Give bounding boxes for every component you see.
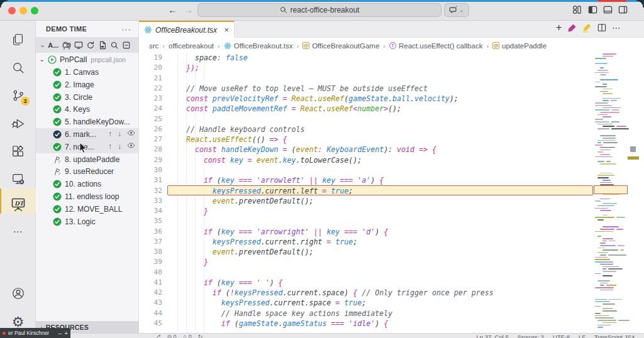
code-line[interactable]: if (key === ' ') { (177, 278, 283, 288)
search-small-icon[interactable] (110, 41, 119, 50)
code-line[interactable]: event.preventDefault(); (177, 196, 313, 206)
preview-eye-icon[interactable] (127, 129, 135, 138)
remote-explorer-icon[interactable] (0, 168, 36, 190)
tree-item[interactable]: 10. actions (36, 178, 139, 190)
code-line[interactable]: // Handle space key actions immediately (177, 308, 392, 319)
customize-layout-icon[interactable] (572, 5, 582, 15)
line-number: 40 (139, 268, 162, 278)
code-line[interactable]: React.useEffect(() => { (177, 134, 287, 144)
code-line[interactable]: keysPressed.current.left = true; (177, 186, 353, 196)
tree-item[interactable]: 2. Image (36, 79, 139, 91)
sidebar-more-icon[interactable]: ··· (121, 25, 131, 34)
code-line[interactable]: // Move useRef to top level — MUST be ou… (177, 84, 428, 94)
search-view-icon[interactable] (0, 57, 36, 79)
tree-item[interactable]: 13. Logic (36, 215, 139, 228)
pdf-file-icon[interactable] (98, 41, 107, 50)
forward-arrow-icon[interactable]: → (184, 4, 193, 16)
back-arrow-icon[interactable]: ← (168, 4, 177, 16)
minimap-bar (600, 147, 615, 148)
tree-item[interactable]: 4. Keys (36, 103, 139, 116)
code-line[interactable]: keysPressed.current.space = true; (177, 298, 366, 308)
move-up-icon[interactable]: ↑ (108, 129, 112, 138)
code-line[interactable]: if (key === 'arrowleft' || key === 'a') … (177, 175, 384, 185)
minimap-bar (600, 150, 611, 151)
explorer-icon[interactable] (0, 28, 36, 51)
sidebar-toolbar: ⌄ A... (36, 37, 139, 53)
move-up-icon[interactable]: ↑ (108, 142, 112, 151)
toggle-primary-sidebar-icon[interactable] (588, 5, 598, 15)
breadcrumb-item[interactable]: OfficeBreakout.tsx (224, 42, 293, 50)
collapse-all-icon[interactable] (122, 41, 131, 50)
chevron-down-icon[interactable]: ⌄ (40, 41, 45, 49)
minimap-bar (597, 320, 616, 321)
tree-item[interactable]: 7. note...↑↓ (36, 141, 139, 153)
status-item[interactable]: LF (579, 334, 586, 338)
minimap-bar (595, 306, 601, 307)
status-item[interactable]: Spaces: 2 (518, 334, 544, 338)
breadcrumb-item[interactable]: TReact.useEffect() callback (389, 42, 482, 50)
more-actions-icon[interactable]: ⋯ (612, 23, 621, 33)
code-line[interactable]: const key = event.key.toLowerCase(); (177, 155, 362, 165)
zoom-out-button[interactable]: – (58, 330, 62, 337)
zoom-in-button[interactable]: + (64, 330, 68, 337)
breadcrumb-item[interactable]: src (149, 42, 158, 50)
minimap-bar (600, 199, 610, 200)
tree-item[interactable]: 6. mark...↑↓ (36, 128, 139, 141)
breadcrumb-item[interactable]: @OfficeBreakoutGame (303, 42, 379, 50)
traffic-minimize-button[interactable] (19, 7, 27, 14)
code-line[interactable]: const handleKeyDown = (event: KeyboardEv… (177, 144, 436, 155)
extensions-icon[interactable] (0, 140, 36, 163)
status-item[interactable]: TypeScript JSX (594, 334, 635, 338)
chevron-down-icon[interactable]: ⌄ (39, 55, 45, 63)
copilot-chat-button[interactable]: ⌄ (444, 3, 469, 17)
code-line[interactable]: if (!keysPressed.current.space) { // Onl… (177, 288, 494, 298)
code-line[interactable]: if (key === 'arrowright' || key === 'd')… (177, 227, 388, 237)
toggle-secondary-sidebar-icon[interactable] (618, 5, 628, 15)
tree-item[interactable]: 5. handleKeyDow... (36, 116, 139, 128)
tree-item[interactable]: 3. Circle (36, 91, 139, 104)
code-line[interactable]: event.preventDefault(); (177, 247, 313, 257)
tree-item[interactable]: 8. updatePaddle (36, 153, 139, 166)
code-line[interactable]: const prevVelocityRef = React.useRef(gam… (177, 94, 458, 104)
play-icon[interactable] (48, 55, 57, 64)
more-views-icon[interactable]: ⋯ (0, 221, 36, 243)
preview-eye-icon[interactable] (127, 142, 135, 151)
code-line[interactable]: }); (177, 63, 199, 73)
toolbar-section-label[interactable]: A... (48, 41, 58, 49)
status-item[interactable]: Ln 37, Col 5 (477, 334, 509, 338)
move-down-icon[interactable]: ↓ (118, 129, 121, 138)
new-file-icon[interactable]: + (556, 23, 562, 33)
status-item[interactable]: UTF-8 (553, 334, 570, 338)
tree-item[interactable]: 12. MOVE_BALL (36, 203, 139, 215)
tree-root-pnpcall[interactable]: ⌄PnPCallpnpcall.json (36, 53, 139, 66)
code-line[interactable]: const paddleMovementRef = React.useRef<n… (177, 104, 401, 114)
split-editor-icon[interactable] (597, 23, 606, 32)
tree-item[interactable]: 11. endless loop (36, 190, 139, 203)
run-debug-icon[interactable] (0, 112, 36, 135)
command-center-search[interactable]: react-office-breakout (197, 3, 441, 17)
code-line[interactable]: space: false (177, 53, 248, 63)
code-line[interactable]: // Handle keyboard controls (177, 124, 304, 134)
tab-officebreakout[interactable]: OfficeBreakout.tsx × (139, 21, 235, 38)
tree-item[interactable]: 1. Canvas (36, 66, 139, 79)
account-icon[interactable] (0, 282, 36, 305)
demo-time-icon[interactable]: DT (0, 194, 36, 216)
breadcrumb-item[interactable]: @updatePaddle (492, 42, 547, 50)
source-control-icon[interactable]: 3 (0, 84, 36, 107)
tree-item[interactable]: 9. useReducer (36, 165, 139, 178)
traffic-close-button[interactable] (8, 7, 16, 14)
purple-marker-icon[interactable] (567, 23, 577, 33)
code-line[interactable]: if (gameState.gameStatus === 'idle') { (177, 319, 388, 329)
breadcrumb-item[interactable]: officebreakout (169, 42, 214, 50)
screen-icon[interactable] (74, 41, 83, 50)
yellow-highlighter-icon[interactable] (582, 23, 592, 33)
close-icon[interactable]: × (224, 26, 229, 34)
code-line[interactable]: } (177, 206, 208, 216)
projector-icon[interactable] (62, 41, 71, 50)
code-line[interactable]: keysPressed.current.right = true; (177, 237, 357, 247)
code-line[interactable]: } (177, 257, 208, 267)
toggle-panel-icon[interactable] (603, 5, 613, 15)
move-down-icon[interactable]: ↓ (118, 142, 121, 151)
traffic-zoom-button[interactable] (31, 7, 38, 14)
refresh-icon[interactable] (86, 41, 95, 50)
